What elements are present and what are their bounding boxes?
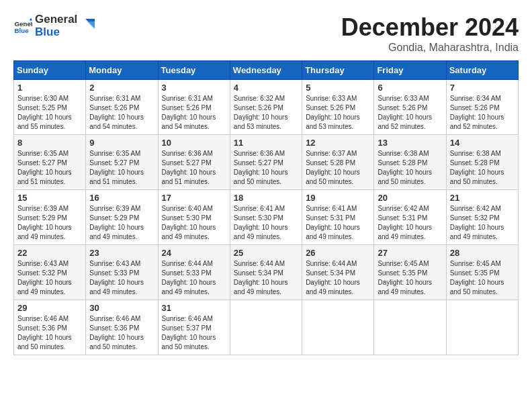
day-number: 17 xyxy=(162,193,226,203)
day-info: Sunrise: 6:44 AMSunset: 5:34 PMDaylight:… xyxy=(234,260,288,295)
day-info: Sunrise: 6:45 AMSunset: 5:35 PMDaylight:… xyxy=(378,260,432,295)
table-row: 2 Sunrise: 6:31 AMSunset: 5:26 PMDayligh… xyxy=(86,80,158,135)
table-row: 22 Sunrise: 6:43 AMSunset: 5:32 PMDaylig… xyxy=(14,245,86,300)
calendar-week-row: 15 Sunrise: 6:39 AMSunset: 5:29 PMDaylig… xyxy=(14,190,519,245)
table-row: 14 Sunrise: 6:38 AMSunset: 5:28 PMDaylig… xyxy=(446,135,518,190)
day-number: 28 xyxy=(450,248,515,258)
day-number: 25 xyxy=(234,248,298,258)
table-row: 31 Sunrise: 6:46 AMSunset: 5:37 PMDaylig… xyxy=(158,300,230,355)
col-wednesday: Wednesday xyxy=(230,61,302,80)
table-row: 13 Sunrise: 6:38 AMSunset: 5:28 PMDaylig… xyxy=(374,135,446,190)
day-number: 3 xyxy=(162,83,226,93)
day-info: Sunrise: 6:32 AMSunset: 5:26 PMDaylight:… xyxy=(234,95,288,130)
day-info: Sunrise: 6:33 AMSunset: 5:26 PMDaylight:… xyxy=(378,95,432,130)
day-number: 29 xyxy=(17,303,82,313)
day-info: Sunrise: 6:33 AMSunset: 5:26 PMDaylight:… xyxy=(306,95,360,130)
day-number: 24 xyxy=(162,248,226,258)
table-row: 26 Sunrise: 6:44 AMSunset: 5:34 PMDaylig… xyxy=(302,245,374,300)
empty-cell xyxy=(446,300,518,355)
day-info: Sunrise: 6:45 AMSunset: 5:35 PMDaylight:… xyxy=(450,260,504,295)
day-number: 15 xyxy=(17,193,82,203)
day-info: Sunrise: 6:46 AMSunset: 5:36 PMDaylight:… xyxy=(17,315,72,351)
day-number: 5 xyxy=(306,83,370,93)
day-number: 7 xyxy=(450,83,515,93)
day-number: 16 xyxy=(89,193,154,203)
col-thursday: Thursday xyxy=(302,61,374,80)
day-number: 8 xyxy=(17,138,82,148)
calendar-header-row: Sunday Monday Tuesday Wednesday Thursday… xyxy=(14,61,519,80)
calendar-week-row: 22 Sunrise: 6:43 AMSunset: 5:32 PMDaylig… xyxy=(14,245,519,300)
svg-text:Blue: Blue xyxy=(14,26,29,34)
calendar-table: Sunday Monday Tuesday Wednesday Thursday… xyxy=(13,60,519,355)
day-info: Sunrise: 6:31 AMSunset: 5:26 PMDaylight:… xyxy=(89,95,144,130)
day-info: Sunrise: 6:42 AMSunset: 5:32 PMDaylight:… xyxy=(450,205,504,240)
day-number: 31 xyxy=(162,303,226,313)
table-row: 27 Sunrise: 6:45 AMSunset: 5:35 PMDaylig… xyxy=(374,245,446,300)
table-row: 12 Sunrise: 6:37 AMSunset: 5:28 PMDaylig… xyxy=(302,135,374,190)
day-info: Sunrise: 6:30 AMSunset: 5:25 PMDaylight:… xyxy=(17,95,72,130)
day-number: 22 xyxy=(17,248,82,258)
table-row: 3 Sunrise: 6:31 AMSunset: 5:26 PMDayligh… xyxy=(158,80,230,135)
col-monday: Monday xyxy=(86,61,158,80)
empty-cell xyxy=(302,300,374,355)
calendar-week-row: 1 Sunrise: 6:30 AMSunset: 5:25 PMDayligh… xyxy=(14,80,519,135)
day-number: 20 xyxy=(378,193,442,203)
table-row: 1 Sunrise: 6:30 AMSunset: 5:25 PMDayligh… xyxy=(14,80,86,135)
day-info: Sunrise: 6:34 AMSunset: 5:26 PMDaylight:… xyxy=(450,95,504,130)
col-tuesday: Tuesday xyxy=(158,61,230,80)
header: General Blue General Blue December 2024 … xyxy=(13,13,519,54)
col-saturday: Saturday xyxy=(446,61,518,80)
day-number: 11 xyxy=(234,138,298,148)
table-row: 25 Sunrise: 6:44 AMSunset: 5:34 PMDaylig… xyxy=(230,245,302,300)
table-row: 8 Sunrise: 6:35 AMSunset: 5:27 PMDayligh… xyxy=(14,135,86,190)
day-number: 23 xyxy=(89,248,154,258)
day-number: 2 xyxy=(89,83,154,93)
day-number: 9 xyxy=(89,138,154,148)
calendar-week-row: 8 Sunrise: 6:35 AMSunset: 5:27 PMDayligh… xyxy=(14,135,519,190)
logo: General Blue General Blue xyxy=(13,13,95,38)
day-info: Sunrise: 6:39 AMSunset: 5:29 PMDaylight:… xyxy=(17,205,72,240)
day-number: 14 xyxy=(450,138,515,148)
svg-marker-5 xyxy=(87,21,95,30)
table-row: 24 Sunrise: 6:44 AMSunset: 5:33 PMDaylig… xyxy=(158,245,230,300)
calendar-week-row: 29 Sunrise: 6:46 AMSunset: 5:36 PMDaylig… xyxy=(14,300,519,355)
table-row: 20 Sunrise: 6:42 AMSunset: 5:31 PMDaylig… xyxy=(374,190,446,245)
table-row: 9 Sunrise: 6:35 AMSunset: 5:27 PMDayligh… xyxy=(86,135,158,190)
day-info: Sunrise: 6:41 AMSunset: 5:31 PMDaylight:… xyxy=(306,205,360,240)
day-info: Sunrise: 6:39 AMSunset: 5:29 PMDaylight:… xyxy=(89,205,144,240)
day-info: Sunrise: 6:35 AMSunset: 5:27 PMDaylight:… xyxy=(89,150,144,185)
day-number: 6 xyxy=(378,83,442,93)
day-info: Sunrise: 6:37 AMSunset: 5:28 PMDaylight:… xyxy=(306,150,360,185)
table-row: 4 Sunrise: 6:32 AMSunset: 5:26 PMDayligh… xyxy=(230,80,302,135)
day-info: Sunrise: 6:41 AMSunset: 5:30 PMDaylight:… xyxy=(234,205,288,240)
logo-general-text: General xyxy=(35,13,77,26)
day-number: 12 xyxy=(306,138,370,148)
table-row: 21 Sunrise: 6:42 AMSunset: 5:32 PMDaylig… xyxy=(446,190,518,245)
day-number: 19 xyxy=(306,193,370,203)
day-info: Sunrise: 6:43 AMSunset: 5:33 PMDaylight:… xyxy=(89,260,144,295)
day-info: Sunrise: 6:44 AMSunset: 5:34 PMDaylight:… xyxy=(306,260,360,295)
empty-cell xyxy=(230,300,302,355)
day-info: Sunrise: 6:46 AMSunset: 5:37 PMDaylight:… xyxy=(162,315,216,351)
table-row: 11 Sunrise: 6:36 AMSunset: 5:27 PMDaylig… xyxy=(230,135,302,190)
table-row: 10 Sunrise: 6:36 AMSunset: 5:27 PMDaylig… xyxy=(158,135,230,190)
day-info: Sunrise: 6:46 AMSunset: 5:36 PMDaylight:… xyxy=(89,315,144,351)
col-sunday: Sunday xyxy=(14,61,86,80)
day-info: Sunrise: 6:38 AMSunset: 5:28 PMDaylight:… xyxy=(450,150,504,185)
day-number: 13 xyxy=(378,138,442,148)
title-area: December 2024 Gondia, Maharashtra, India xyxy=(341,13,519,54)
day-info: Sunrise: 6:38 AMSunset: 5:28 PMDaylight:… xyxy=(378,150,432,185)
day-info: Sunrise: 6:35 AMSunset: 5:27 PMDaylight:… xyxy=(17,150,72,185)
day-info: Sunrise: 6:44 AMSunset: 5:33 PMDaylight:… xyxy=(162,260,216,295)
table-row: 15 Sunrise: 6:39 AMSunset: 5:29 PMDaylig… xyxy=(14,190,86,245)
svg-marker-2 xyxy=(30,17,32,20)
day-info: Sunrise: 6:36 AMSunset: 5:27 PMDaylight:… xyxy=(162,150,216,185)
day-info: Sunrise: 6:40 AMSunset: 5:30 PMDaylight:… xyxy=(162,205,216,240)
day-number: 4 xyxy=(234,83,298,93)
day-number: 1 xyxy=(17,83,82,93)
table-row: 30 Sunrise: 6:46 AMSunset: 5:36 PMDaylig… xyxy=(86,300,158,355)
day-number: 18 xyxy=(234,193,298,203)
table-row: 23 Sunrise: 6:43 AMSunset: 5:33 PMDaylig… xyxy=(86,245,158,300)
day-info: Sunrise: 6:43 AMSunset: 5:32 PMDaylight:… xyxy=(17,260,72,295)
table-row: 19 Sunrise: 6:41 AMSunset: 5:31 PMDaylig… xyxy=(302,190,374,245)
